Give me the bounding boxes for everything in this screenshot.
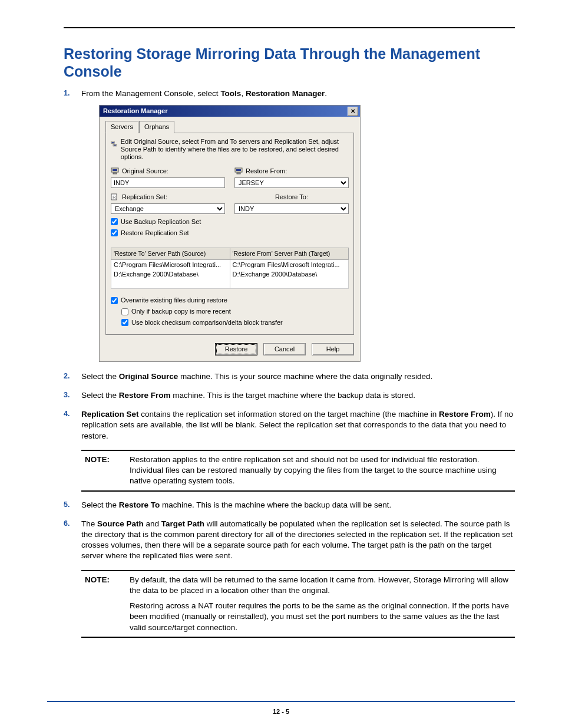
page-number: 12 - 5: [0, 708, 562, 715]
original-source-label: Original Source:: [122, 167, 168, 176]
paths-table: 'Restore To' Server Path (Source) 'Resto…: [111, 248, 349, 289]
close-icon[interactable]: ✕: [348, 107, 358, 116]
checksum-checkbox[interactable]: Use block checksum comparison/delta bloc…: [121, 318, 349, 327]
table-row[interactable]: D:\Exchange 2000\Database\ D:\Exchange 2…: [111, 269, 349, 279]
svg-rect-6: [113, 169, 117, 171]
top-rule: [64, 27, 515, 28]
only-recent-checkbox[interactable]: Only if backup copy is more recent: [121, 307, 349, 316]
col-source-header: 'Restore To' Server Path (Source): [111, 248, 230, 259]
note-label: NOTE:: [85, 454, 121, 487]
servers-icon: [111, 138, 117, 151]
tab-servers[interactable]: Servers: [105, 121, 138, 133]
col-target-header: 'Restore From' Server Path (Target): [230, 248, 349, 259]
svg-rect-11: [236, 169, 241, 171]
svg-rect-12: [237, 173, 240, 174]
step-2: Select the Original Source machine. This…: [64, 371, 515, 382]
svg-text:R: R: [113, 195, 116, 200]
dialog-intro: Edit Original Source, select From and To…: [121, 138, 349, 161]
server-icon: [111, 167, 119, 174]
note-text: Restoring across a NAT router requires t…: [130, 601, 511, 633]
use-backup-repset-checkbox[interactable]: Use Backup Replication Set: [111, 218, 225, 226]
step-1: From the Management Console, select Tool…: [64, 88, 515, 362]
restore-to-select[interactable]: INDY: [234, 203, 349, 214]
bottom-rule: [47, 701, 515, 702]
table-row: [111, 279, 349, 289]
original-source-input[interactable]: INDY: [111, 177, 225, 188]
restore-from-label: Restore From:: [246, 167, 287, 176]
table-row[interactable]: C:\Program Files\Microsoft Integrati... …: [111, 259, 349, 269]
help-button[interactable]: Help: [312, 343, 354, 355]
restore-button[interactable]: Restore: [215, 343, 257, 355]
svg-rect-7: [113, 173, 117, 174]
svg-rect-1: [111, 142, 114, 143]
restoration-dialog: Restoration Manager ✕ Servers Orphans: [99, 105, 361, 362]
overwrite-checkbox[interactable]: Overwrite existing files during restore: [111, 296, 349, 305]
step-5: Select the Restore To machine. This is t…: [64, 500, 515, 510]
replset-icon: R: [111, 193, 119, 200]
note-label: NOTE:: [85, 575, 121, 596]
replication-set-label: Replication Set:: [122, 193, 167, 202]
tab-orphans[interactable]: Orphans: [139, 121, 174, 133]
page-title: Restoring Storage Mirroring Data Through…: [64, 45, 515, 80]
server-icon: [234, 167, 243, 174]
step-4: Replication Set contains the replication…: [64, 409, 515, 491]
restore-to-label: Restore To:: [275, 193, 308, 202]
dialog-title: Restoration Manager: [103, 107, 167, 116]
step-6: The Source Path and Target Path will aut…: [64, 519, 515, 638]
dialog-titlebar: Restoration Manager ✕: [100, 106, 360, 117]
note-text: By default, the data will be returned to…: [130, 575, 511, 596]
cancel-button[interactable]: Cancel: [263, 343, 306, 355]
restore-repset-checkbox[interactable]: Restore Replication Set: [111, 229, 225, 238]
replication-set-select[interactable]: Exchange: [111, 203, 225, 214]
step-3: Select the Restore From machine. This is…: [64, 390, 515, 401]
restore-from-select[interactable]: JERSEY: [234, 177, 349, 188]
note-text: Restoration applies to the entire replic…: [130, 454, 511, 487]
